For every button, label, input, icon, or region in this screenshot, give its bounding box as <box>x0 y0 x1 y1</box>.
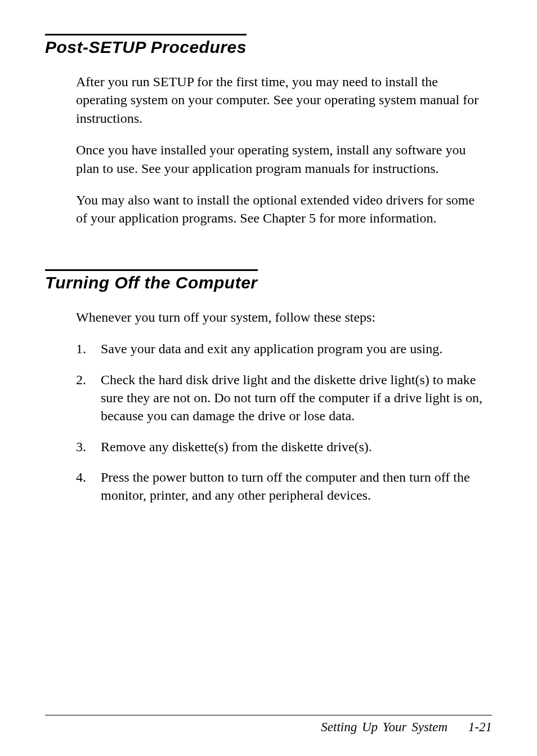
section1-body: After you run SETUP for the first time, … <box>45 73 492 228</box>
list-number: 1. <box>76 340 101 358</box>
list-item: 4. Press the power button to turn off th… <box>76 468 486 505</box>
list-number: 2. <box>76 371 101 425</box>
page-content: Post-SETUP Procedures After you run SETU… <box>45 34 492 505</box>
para: After you run SETUP for the first time, … <box>76 73 486 127</box>
section2-body: Whenever you turn off your system, follo… <box>45 308 492 505</box>
footer: Setting Up Your System 1-21 <box>321 720 492 735</box>
list-text: Remove any diskette(s) from the diskette… <box>101 438 486 456</box>
list-text: Check the hard disk drive light and the … <box>101 371 486 425</box>
list-text: Press the power button to turn off the c… <box>101 468 486 505</box>
list-item: 1. Save your data and exit any applicati… <box>76 340 486 358</box>
list-item: 2. Check the hard disk drive light and t… <box>76 371 486 425</box>
intro-para: Whenever you turn off your system, follo… <box>76 308 486 326</box>
footer-rule <box>45 715 492 715</box>
section-heading-post-setup: Post-SETUP Procedures <box>45 34 247 57</box>
list-number: 3. <box>76 438 101 456</box>
footer-label: Setting Up Your System <box>321 720 448 734</box>
list-text: Save your data and exit any application … <box>101 340 486 358</box>
steps-list: 1. Save your data and exit any applicati… <box>76 340 486 505</box>
section-heading-turning-off: Turning Off the Computer <box>45 269 258 292</box>
list-number: 4. <box>76 468 101 505</box>
para: Once you have installed your operating s… <box>76 141 486 177</box>
para: You may also want to install the optiona… <box>76 191 486 228</box>
footer-page-number: 1-21 <box>468 720 492 734</box>
list-item: 3. Remove any diskette(s) from the diske… <box>76 438 486 456</box>
